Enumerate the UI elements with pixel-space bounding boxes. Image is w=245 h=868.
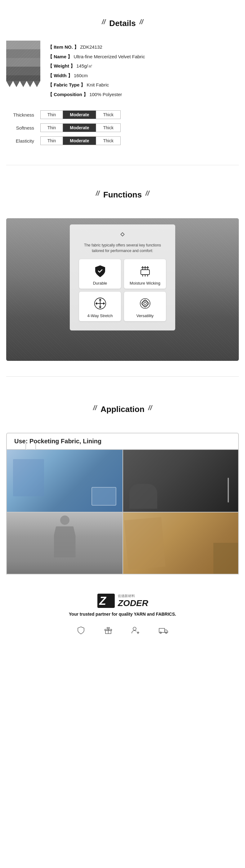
thickness-buttons[interactable]: Thin Moderate Thick [40, 111, 121, 119]
use-text: Use: Pocketing Fabric, Lining [14, 438, 101, 444]
details-info: 【 Item NO. 】 ZDK24132 【 Name 】 Ultra-fin… [48, 41, 239, 98]
application-header: // Application // [0, 386, 245, 427]
app-slash-right: // [148, 404, 152, 412]
footer-truck-icon [158, 626, 169, 634]
weight-row: 【 Weight 】 145g/㎡ [48, 63, 239, 70]
elasticity-buttons[interactable]: Thin Moderate Thick [40, 136, 121, 145]
stretch-icon [93, 296, 108, 311]
composition-row: 【 Composition 】 100% Polyester [48, 91, 239, 98]
functions-slash-left: // [96, 189, 99, 197]
functions-title: Functions [103, 181, 142, 206]
elasticity-row: Elasticity Thin Moderate Thick [6, 136, 239, 145]
thickness-label: Thickness [6, 112, 34, 118]
elasticity-moderate[interactable]: Moderate [63, 137, 96, 145]
brand-z-icon: Z [97, 593, 115, 609]
softness-thin[interactable]: Thin [41, 124, 63, 132]
thickness-row: Thickness Thin Moderate Thick [6, 111, 239, 119]
tagline-yarn: YARN [134, 612, 146, 617]
details-header: // Details // [0, 0, 245, 41]
svg-text:Z: Z [99, 595, 107, 607]
fabric-type-row: 【 Fabric Type 】 Knit Fabric [48, 82, 239, 89]
swatch-zigzag [6, 81, 40, 87]
pants-khaki-image [123, 513, 238, 574]
softness-label: Softness [6, 125, 34, 130]
svg-point-19 [133, 627, 136, 630]
elasticity-label: Elasticity [6, 138, 34, 144]
item-no-label: 【 Item NO. 】 [48, 44, 79, 50]
durable-icon [93, 264, 108, 278]
svg-rect-1 [121, 232, 124, 236]
versatility-label: Versatility [136, 313, 154, 318]
softness-thick[interactable]: Thick [96, 124, 120, 132]
tagline-fabrics: FABRICS [156, 612, 175, 617]
svg-marker-0 [6, 81, 40, 87]
elasticity-thick[interactable]: Thick [96, 137, 120, 145]
stretch-label: 4-Way Stretch [88, 313, 113, 318]
softness-moderate[interactable]: Moderate [63, 124, 96, 132]
jacket-zip-image [123, 450, 238, 512]
person-add-icon [131, 626, 140, 634]
weight-value: 145g/㎡ [76, 63, 93, 68]
tagline-suffix: . [175, 612, 176, 617]
swatch-main [6, 41, 40, 81]
composition-label: 【 Composition 】 [48, 92, 88, 97]
tagline-middle: and [146, 612, 156, 617]
thickness-moderate[interactable]: Moderate [63, 111, 96, 119]
func-versatility: Versatility [124, 292, 166, 321]
durable-label: Durable [93, 281, 107, 285]
application-use-banner: Use: Pocketing Fabric, Lining [6, 433, 239, 450]
functions-card: The fabric typically offers several key … [70, 224, 175, 331]
properties-container: Thickness Thin Moderate Thick Softness T… [0, 107, 245, 162]
func-moisture: Moisture Wicking [124, 259, 166, 289]
item-no-row: 【 Item NO. 】 ZDK24132 [48, 44, 239, 51]
moisture-icon [138, 264, 153, 278]
truck-icon [158, 626, 169, 634]
elasticity-thin[interactable]: Thin [41, 137, 63, 145]
svg-point-13 [144, 302, 146, 305]
brand-tagline: Your trusted partner for quality YARN an… [69, 612, 176, 617]
application-section: // Application // Use: Pocketing Fabric,… [0, 380, 245, 581]
softness-buttons[interactable]: Thin Moderate Thick [40, 123, 121, 132]
app-image-pants [123, 512, 238, 574]
func-durable: Durable [79, 259, 121, 289]
svg-rect-2 [141, 270, 150, 275]
functions-description: The fabric typically offers several key … [79, 242, 166, 254]
fabric-type-value: Knit Fabric [87, 82, 109, 87]
tshirt-gray-image [7, 513, 123, 574]
footer-section: Z 佐德新材料 ZODER Your trusted partner for q… [0, 581, 245, 644]
functions-slash-right: // [146, 189, 149, 197]
moisture-label: Moisture Wicking [130, 281, 160, 285]
thickness-thin[interactable]: Thin [41, 111, 63, 119]
weight-label: 【 Weight 】 [48, 63, 75, 68]
brand-sub: 佐德新材料 [118, 594, 148, 598]
svg-point-23 [160, 632, 161, 633]
app-image-jacket [123, 450, 238, 512]
svg-point-24 [165, 632, 167, 633]
composition-value: 100% Polyester [89, 92, 122, 97]
brand-logo: Z 佐德新材料 ZODER [97, 593, 148, 609]
name-label: 【 Name 】 [48, 54, 72, 59]
slash-right: // [140, 18, 143, 26]
details-section: // Details // 【 Item NO. 】 ZDK24132 [0, 0, 245, 162]
svg-rect-22 [159, 628, 165, 632]
name-value: Ultra-fine Mercerized Velvet Fabric [73, 54, 145, 59]
brand-name: ZODER [118, 598, 148, 608]
app-image-pocket [7, 450, 123, 512]
fabric-type-label: 【 Fabric Type 】 [48, 82, 85, 87]
diamond-icon [79, 230, 166, 240]
app-slash-left: // [93, 404, 97, 412]
details-content: 【 Item NO. 】 ZDK24132 【 Name 】 Ultra-fin… [0, 41, 245, 107]
slash-left: // [102, 18, 105, 26]
fabric-swatch [6, 41, 40, 87]
functions-grid: Durable [79, 259, 166, 321]
thickness-thick[interactable]: Thick [96, 111, 120, 119]
tagline-prefix: Your trusted partner for quality [69, 612, 134, 617]
item-no-value: ZDK24132 [80, 44, 102, 50]
pocket-blue-image [7, 450, 123, 512]
shield-icon [76, 626, 85, 634]
width-label: 【 Width 】 [48, 73, 72, 78]
functions-section: // Functions // The fabric typically off… [0, 168, 245, 367]
width-row: 【 Width 】 160cm [48, 72, 239, 80]
application-title: Application [100, 395, 145, 421]
width-value: 160cm [74, 73, 88, 78]
